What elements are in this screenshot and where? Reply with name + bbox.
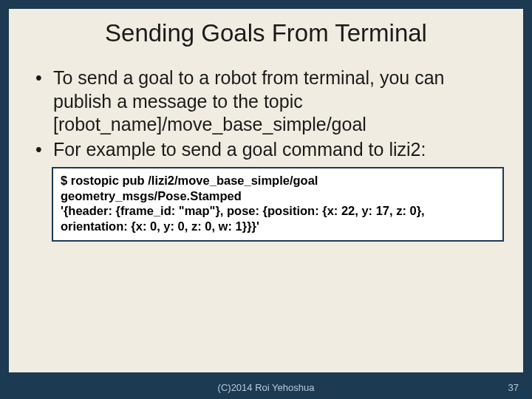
bullet-list: To send a goal to a robot from terminal,… — [9, 66, 523, 161]
page-number: 37 — [508, 382, 519, 393]
slide-title: Sending Goals From Terminal — [9, 19, 523, 47]
slide-footer: (C)2014 Roi Yehoshua 37 — [0, 375, 532, 399]
code-line: '{header: {frame_id: "map"}, pose: {posi… — [61, 203, 495, 233]
copyright-text: (C)2014 Roi Yehoshua — [218, 382, 315, 393]
bullet-item: For example to send a goal command to li… — [35, 138, 504, 162]
bullet-item: To send a goal to a robot from terminal,… — [35, 66, 504, 137]
slide: Sending Goals From Terminal To send a go… — [0, 0, 532, 399]
code-box: $ rostopic pub /lizi2/move_base_simple/g… — [52, 167, 504, 242]
content-panel: Sending Goals From Terminal To send a go… — [9, 9, 523, 372]
code-line: $ rostopic pub /lizi2/move_base_simple/g… — [61, 173, 495, 203]
